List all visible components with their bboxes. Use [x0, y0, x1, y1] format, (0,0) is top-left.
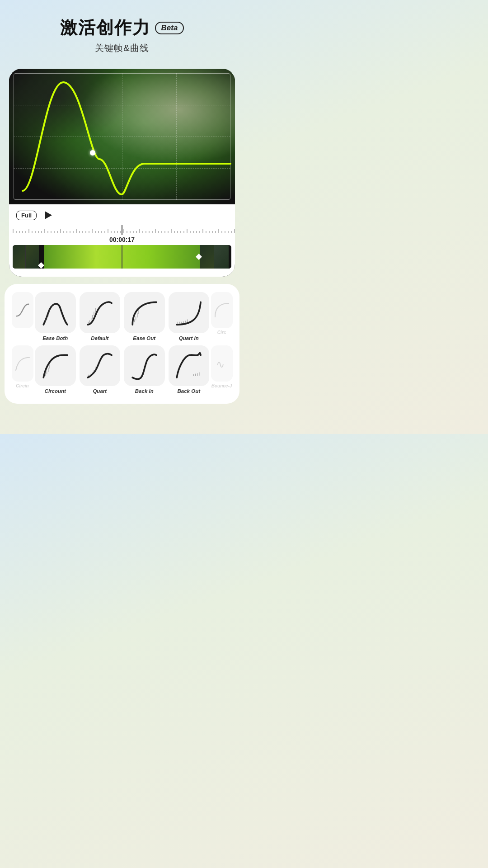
ruler-tick	[196, 231, 197, 233]
play-button[interactable]	[42, 209, 55, 222]
peek-left-1	[10, 292, 35, 341]
ruler-tick	[133, 231, 134, 233]
peek-label-left-2: Circin	[16, 383, 28, 388]
ruler-tick	[76, 229, 77, 233]
ruler-tick	[89, 231, 89, 233]
filmstrip-cursor	[122, 245, 122, 269]
curve-icon-ease-both	[41, 298, 70, 327]
ruler-tick	[209, 231, 210, 233]
ruler-tick	[70, 231, 70, 233]
ruler-tick	[177, 231, 178, 233]
preset-card-circount[interactable]	[35, 345, 76, 387]
preset-label-default: Default	[91, 335, 108, 341]
preset-quart: Quart	[80, 345, 121, 394]
presets-row-1: Ease Both Default	[10, 292, 234, 341]
timeline-section: // We'll render this inline via JS below…	[9, 225, 235, 277]
main-items-row1: Ease Both Default	[35, 292, 209, 341]
ruler-tick	[73, 231, 74, 233]
ruler-tick	[193, 231, 194, 233]
preset-card-ease-out[interactable]	[124, 292, 165, 333]
ruler-tick	[190, 231, 191, 233]
ruler-tick	[57, 231, 58, 233]
preset-quart-in: Quart in	[169, 292, 210, 341]
ruler-tick	[231, 231, 232, 233]
curve-icon-default	[85, 298, 114, 327]
curve-icon-quart	[85, 351, 114, 380]
preset-label-ease-out: Ease Out	[133, 335, 155, 341]
ruler-tick	[158, 231, 159, 233]
peek-right-1: Circ	[209, 292, 234, 341]
ruler-tick	[206, 231, 206, 233]
ruler-tick	[180, 231, 181, 233]
keyframe-left[interactable]	[38, 262, 44, 269]
preset-label-quart: Quart	[93, 388, 107, 394]
ruler-tick	[117, 231, 118, 233]
ruler-tick	[155, 229, 156, 233]
main-items-row2: Circount Quart	[35, 345, 209, 394]
peek-card-right-1	[211, 292, 233, 328]
ruler-tick	[127, 231, 127, 233]
preset-back-out: Back Out	[169, 345, 210, 394]
curve-control-dot[interactable]	[90, 150, 95, 156]
ruler-tick	[171, 229, 172, 233]
preset-label-back-in: Back In	[135, 388, 154, 394]
ruler-tick	[187, 229, 188, 233]
peek-label-right-1: Circ	[217, 330, 226, 335]
preset-label-back-out: Back Out	[178, 388, 201, 394]
ruler-tick	[228, 231, 229, 233]
ruler-tick	[212, 231, 213, 233]
preset-ease-out: Ease Out	[124, 292, 165, 341]
ruler-tick	[145, 231, 146, 233]
presets-section: Ease Both Default	[5, 284, 239, 404]
ruler-tick	[13, 229, 14, 233]
preset-card-back-in[interactable]	[124, 345, 165, 387]
preset-label-ease-both: Ease Both	[42, 335, 68, 341]
curve-icon-circin	[14, 355, 31, 372]
ruler-tick	[136, 231, 137, 233]
ruler-tick	[218, 229, 219, 233]
ruler-tick	[215, 231, 216, 233]
ruler-tick	[60, 229, 61, 233]
full-badge[interactable]: Full	[16, 211, 37, 220]
curve-icon-ease-out	[130, 298, 159, 327]
ruler-tick	[199, 231, 200, 233]
page-title: 激活创作力	[60, 16, 150, 39]
video-card: Full // We'll render this inline via JS …	[9, 69, 235, 277]
preset-default: Default	[80, 292, 121, 341]
ruler-tick	[149, 231, 150, 233]
play-icon	[45, 211, 52, 219]
ruler-tick	[234, 229, 235, 233]
timeline-ruler[interactable]: // We'll render this inline via JS below	[9, 225, 235, 235]
curve-icon-linear	[14, 302, 31, 318]
peek-label-right-2: Bounce-J	[211, 383, 232, 388]
ruler-tick	[130, 231, 131, 233]
preset-card-quart-in[interactable]	[169, 292, 210, 333]
preset-card-default[interactable]	[80, 292, 121, 333]
ruler-tick	[54, 231, 55, 233]
ruler-tick	[51, 231, 52, 233]
preset-card-quart[interactable]	[80, 345, 121, 387]
ruler-tick	[164, 231, 165, 233]
preset-circount: Circount	[35, 345, 76, 394]
preset-card-ease-both[interactable]	[35, 292, 76, 333]
ruler-tick	[63, 231, 64, 233]
ruler-tick	[41, 231, 42, 233]
ruler-tick	[16, 231, 17, 233]
header: 激活创作力 Beta 关键帧&曲线	[0, 0, 244, 61]
page-subtitle: 关键帧&曲线	[9, 42, 235, 54]
peek-left-2: Circin	[10, 345, 35, 394]
ruler-tick	[92, 229, 93, 233]
curve-icon-bounce: ∿	[214, 355, 230, 372]
ruler-tick	[95, 231, 96, 233]
video-area	[9, 69, 235, 204]
presets-row-2: Circin Circount	[10, 345, 234, 394]
filmstrip[interactable]	[13, 245, 231, 269]
ruler-tick	[85, 231, 86, 233]
preset-ease-both: Ease Both	[35, 292, 76, 341]
ruler-tick	[25, 231, 26, 233]
ruler-tick	[202, 229, 203, 233]
ruler-tick	[28, 229, 29, 233]
ruler-tick	[19, 231, 20, 233]
preset-card-back-out[interactable]	[169, 345, 210, 387]
ruler-tick	[79, 231, 80, 233]
